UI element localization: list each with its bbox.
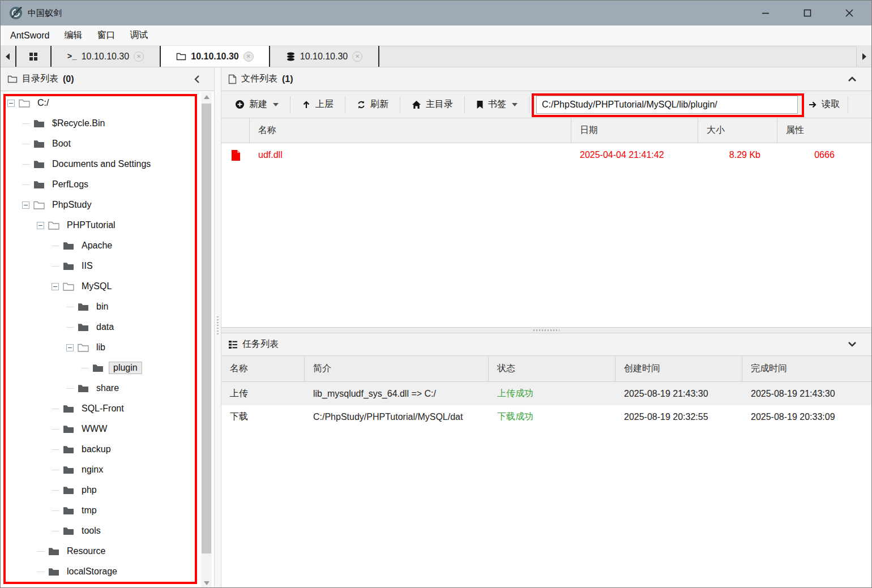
tree-node-label[interactable]: tools	[79, 525, 103, 537]
tree-scrollbar[interactable]	[201, 92, 212, 587]
tree-node-label[interactable]: tmp	[79, 505, 99, 516]
tree-node-label[interactable]: plugin	[109, 362, 142, 374]
tab-scroll-right-icon[interactable]	[857, 46, 871, 67]
tree-node-label[interactable]: localStorage	[65, 566, 119, 577]
tree-node-label[interactable]: WWW	[79, 423, 109, 435]
task-row[interactable]: 下载 C:/PhpStudy/PHPTutorial/MySQL/dat 下载成…	[221, 405, 871, 428]
session-tab[interactable]: >_ 10.10.10.30 ✕	[52, 46, 161, 67]
tree-node[interactable]: Documents and Settings	[1, 154, 214, 174]
tree-node[interactable]: SQL-Front	[1, 398, 214, 419]
tree-node-label[interactable]: share	[94, 383, 121, 394]
tree-node[interactable]: PHPTutorial	[1, 215, 214, 235]
minimize-icon[interactable]	[759, 7, 772, 19]
task-header-status[interactable]: 状态	[489, 356, 615, 381]
tree-expander-icon[interactable]	[66, 344, 74, 351]
tree-node[interactable]: MySQL	[1, 276, 214, 297]
tab-close-icon[interactable]: ✕	[352, 51, 362, 62]
tree-node[interactable]: $Recycle.Bin	[1, 113, 214, 134]
tree-node-label[interactable]: PhpStudy	[50, 199, 93, 211]
task-header-created[interactable]: 创建时间	[615, 356, 742, 381]
tab-scroll-left-icon[interactable]	[1, 46, 15, 67]
tree-node[interactable]: Resource	[1, 541, 214, 561]
tree-node-label[interactable]: data	[94, 321, 116, 333]
collapse-left-icon[interactable]	[194, 75, 200, 84]
tree-node-label[interactable]: lib	[94, 342, 108, 353]
tree-node-label[interactable]: $Recycle.Bin	[50, 118, 107, 129]
tree-node[interactable]: nginx	[1, 460, 214, 480]
tree-node[interactable]: bin	[1, 297, 214, 317]
chevron-up-icon[interactable]	[848, 76, 857, 82]
tree-node[interactable]: WWW	[1, 419, 214, 439]
tree-node[interactable]: lib	[1, 337, 214, 358]
menu-antsword[interactable]: AntSword	[3, 31, 57, 41]
tree-node[interactable]: tools	[1, 521, 214, 541]
tree-node[interactable]: tmp	[1, 500, 214, 521]
tree-node[interactable]: php	[1, 480, 214, 500]
close-icon[interactable]	[843, 7, 856, 19]
tree-node[interactable]: Boot	[1, 134, 214, 154]
read-button[interactable]: 读取	[803, 95, 844, 114]
task-header-name[interactable]: 名称	[221, 356, 305, 381]
scroll-up-icon[interactable]	[201, 92, 212, 101]
tree-node-label[interactable]: IIS	[79, 260, 95, 272]
tree-node[interactable]: share	[1, 378, 214, 398]
up-level-button[interactable]: 上层	[294, 95, 341, 114]
session-tab[interactable]: 10.10.10.30 ✕	[161, 46, 270, 67]
tab-close-icon[interactable]: ✕	[243, 51, 254, 62]
panel-splitter-vertical[interactable]	[215, 67, 221, 588]
menu-edit[interactable]: 编辑	[57, 29, 89, 41]
task-header-desc[interactable]: 简介	[305, 356, 489, 381]
file-header-name[interactable]: 名称	[250, 118, 571, 143]
tree-expander-icon[interactable]	[22, 201, 29, 209]
tree-node[interactable]: PhpStudy	[1, 195, 214, 215]
tree-node-label[interactable]: nginx	[79, 464, 105, 475]
tree-node-label[interactable]: Apache	[79, 240, 114, 251]
path-input[interactable]	[536, 96, 798, 114]
menu-debug[interactable]: 调试	[122, 29, 155, 41]
tree-node[interactable]: backup	[1, 439, 214, 460]
tree-node-label[interactable]: Resource	[65, 546, 108, 557]
tree-node[interactable]: IIS	[1, 256, 214, 276]
tab-home[interactable]	[16, 46, 52, 67]
tree-node[interactable]: C:/	[1, 93, 214, 113]
tree-scrollbar-thumb[interactable]	[202, 104, 211, 553]
file-header-date[interactable]: 日期	[571, 118, 698, 143]
tree-node-label[interactable]: php	[79, 484, 99, 496]
file-header-size[interactable]: 大小	[698, 118, 777, 143]
tree-node-label[interactable]: PerfLogs	[50, 179, 91, 190]
tab-close-icon[interactable]: ✕	[134, 51, 144, 62]
tree-expander-icon[interactable]	[37, 222, 44, 229]
tree-node[interactable]: plugin	[1, 358, 214, 378]
panel-splitter-horizontal[interactable]	[221, 327, 871, 333]
tree-node[interactable]: Apache	[1, 235, 214, 256]
file-row[interactable]: udf.dll 2025-04-04 21:41:42 8.29 Kb 0666	[221, 143, 871, 167]
tree-node-label[interactable]: bin	[94, 301, 110, 312]
chevron-down-icon[interactable]	[848, 341, 857, 347]
task-header-finished[interactable]: 完成时间	[742, 356, 871, 381]
maximize-icon[interactable]	[801, 7, 814, 19]
session-tab[interactable]: 10.10.10.30 ✕	[270, 46, 379, 67]
tree-expander-icon[interactable]	[7, 100, 15, 107]
tree-node[interactable]: data	[1, 317, 214, 337]
home-directory-button[interactable]: 主目录	[404, 95, 461, 114]
tree-node-label[interactable]: backup	[79, 444, 113, 455]
refresh-button[interactable]: 刷新	[349, 95, 396, 114]
menu-window[interactable]: 窗口	[89, 29, 122, 41]
tree-node-label[interactable]: PHPTutorial	[65, 220, 118, 231]
scroll-down-icon[interactable]	[201, 578, 212, 587]
tree-node-label[interactable]: Boot	[50, 138, 73, 149]
bookmark-button[interactable]: 书签	[468, 95, 525, 114]
tree-expander-icon[interactable]	[52, 283, 59, 290]
task-row[interactable]: 上传 lib_mysqludf_sys_64.dll => C:/ 上传成功 2…	[221, 382, 871, 405]
tree-node-label[interactable]: SQL-Front	[79, 403, 126, 414]
tree-connector	[66, 307, 74, 307]
tree-node[interactable]: PerfLogs	[1, 174, 214, 195]
file-header-attr[interactable]: 属性	[777, 118, 871, 143]
file-name[interactable]: udf.dll	[250, 143, 571, 167]
new-button[interactable]: 新建	[227, 95, 287, 114]
database-icon	[286, 52, 296, 61]
tree-node-label[interactable]: Documents and Settings	[50, 158, 153, 170]
tree-node[interactable]: localStorage	[1, 561, 214, 582]
tree-node-label[interactable]: C:/	[35, 97, 51, 109]
tree-node-label[interactable]: MySQL	[79, 281, 114, 292]
